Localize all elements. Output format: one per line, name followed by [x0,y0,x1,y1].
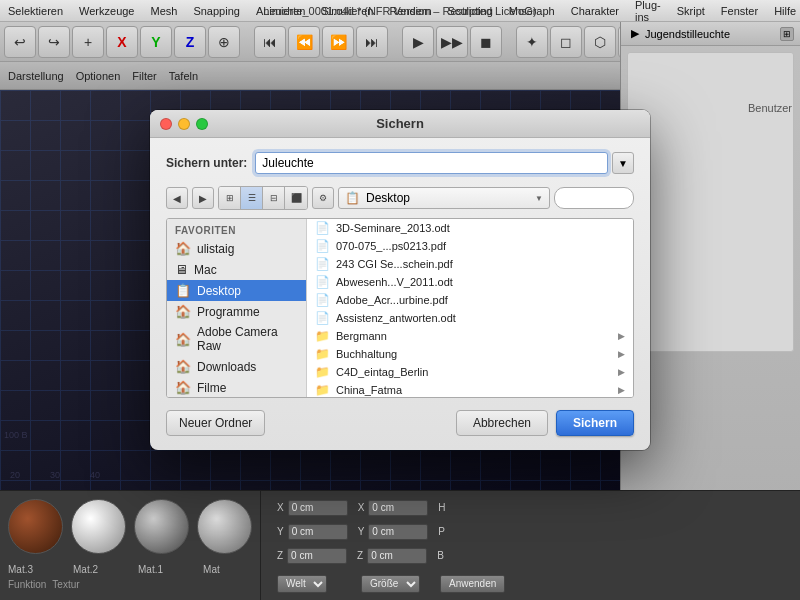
sidebar-label-ulistaig: ulistaig [197,242,234,256]
folder-arrow-icon: ▶ [618,385,625,395]
maximize-button[interactable] [196,118,208,130]
camera-icon: 🏠 [175,332,191,347]
sidebar-label-mac: Mac [194,263,217,277]
file-doc-icon: 📄 [315,275,330,289]
dialog-titlebar: Sichern [150,110,650,138]
downloads-icon: 🏠 [175,359,191,374]
file-name: Bergmann [336,330,387,342]
folder-arrow-icon: ▶ [618,349,625,359]
sidebar-label-adobe-camera-raw: Adobe Camera Raw [197,325,298,353]
computer-icon: 🖥 [175,262,188,277]
file-item[interactable]: 📄 Assistenz_antworten.odt [307,309,633,327]
sidebar-item-programme[interactable]: 🏠 Programme [167,301,306,322]
sidebar-section-label: FAVORITEN [167,219,306,238]
dropdown-arrow-icon: ▼ [535,194,543,203]
file-item[interactable]: 📄 3D-Seminare_2013.odt [307,219,633,237]
file-browser: FAVORITEN 🏠 ulistaig 🖥 Mac 📋 Desktop [166,218,634,398]
file-item[interactable]: 📄 070-075_...ps0213.pdf [307,237,633,255]
file-item[interactable]: 📄 Adobe_Acr...urbine.pdf [307,291,633,309]
folder-icon: 📁 [315,329,330,343]
folder-arrow-icon: ▶ [618,367,625,377]
file-pdf-icon: 📄 [315,257,330,271]
traffic-lights [160,118,208,130]
dialog-footer: Neuer Ordner Abbrechen Sichern [166,410,634,436]
sidebar-label-programme: Programme [197,305,260,319]
sidebar-item-filme[interactable]: 🏠 Filme [167,377,306,397]
view-controls-row: ◀ ▶ ⊞ ☰ ⊟ ⬛ ⚙ 📋 Desktop ▼ [166,186,634,210]
view-cover-btn[interactable]: ⬛ [285,187,307,209]
file-name: 3D-Seminare_2013.odt [336,222,450,234]
folder-arrow-icon: ▶ [618,331,625,341]
save-dialog: Sichern Sichern unter: ▼ ◀ ▶ ⊞ ☰ ⊟ ⬛ ⚙ [150,110,650,450]
view-icon-btn[interactable]: ⊞ [219,187,241,209]
save-button[interactable]: Sichern [556,410,634,436]
file-name: C4D_eintag_Berlin [336,366,428,378]
file-item[interactable]: 📄 243 CGI Se...schein.pdf [307,255,633,273]
close-button[interactable] [160,118,172,130]
file-name: Buchhaltung [336,348,397,360]
file-item[interactable]: 📄 Abwesenh...V_2011.odt [307,273,633,291]
folder-icon: 📁 [315,347,330,361]
sidebar-label-filme: Filme [197,381,226,395]
file-doc-icon: 📄 [315,221,330,235]
folder-icon: 📁 [315,383,330,397]
dialog-title: Sichern [376,116,424,131]
cancel-button[interactable]: Abbrechen [456,410,548,436]
sidebar: FAVORITEN 🏠 ulistaig 🖥 Mac 📋 Desktop [167,219,307,397]
location-dropdown[interactable]: 📋 Desktop ▼ [338,187,550,209]
minimize-button[interactable] [178,118,190,130]
file-name: Adobe_Acr...urbine.pdf [336,294,448,306]
file-item[interactable]: 📁 Buchhaltung ▶ [307,345,633,363]
file-item[interactable]: 📁 Bergmann ▶ [307,327,633,345]
file-name: China_Fatma [336,384,402,396]
view-col-btn[interactable]: ⊟ [263,187,285,209]
folder-icon: 📁 [315,365,330,379]
file-pdf-icon: 📄 [315,293,330,307]
view-list-btn[interactable]: ☰ [241,187,263,209]
filename-input[interactable] [255,152,608,174]
file-name: 243 CGI Se...schein.pdf [336,258,453,270]
desktop-icon: 📋 [175,283,191,298]
nav-forward-button[interactable]: ▶ [192,187,214,209]
file-name: Abwesenh...V_2011.odt [336,276,453,288]
sidebar-item-ulistaig[interactable]: 🏠 ulistaig [167,238,306,259]
file-name: 070-075_...ps0213.pdf [336,240,446,252]
nav-back-button[interactable]: ◀ [166,187,188,209]
dialog-overlay: Sichern Sichern unter: ▼ ◀ ▶ ⊞ ☰ ⊟ ⬛ ⚙ [0,0,800,600]
view-extra-btn[interactable]: ⚙ [312,187,334,209]
file-doc-icon: 📄 [315,311,330,325]
file-list: 📄 3D-Seminare_2013.odt 📄 070-075_...ps02… [307,219,633,397]
new-folder-button[interactable]: Neuer Ordner [166,410,265,436]
search-input[interactable] [554,187,634,209]
sidebar-item-adobe-camera-raw[interactable]: 🏠 Adobe Camera Raw [167,322,306,356]
location-label: Desktop [366,191,410,205]
sidebar-item-desktop[interactable]: 📋 Desktop [167,280,306,301]
home-icon: 🏠 [175,241,191,256]
action-buttons: Abbrechen Sichern [456,410,634,436]
file-pdf-icon: 📄 [315,239,330,253]
dialog-body: Sichern unter: ▼ ◀ ▶ ⊞ ☰ ⊟ ⬛ ⚙ 📋 Desktop [150,138,650,450]
file-item[interactable]: 📁 C4D_eintag_Berlin ▶ [307,363,633,381]
filename-row: Sichern unter: ▼ [166,152,634,174]
film-icon: 🏠 [175,380,191,395]
expand-button[interactable]: ▼ [612,152,634,174]
file-item[interactable]: 📁 China_Fatma ▶ [307,381,633,397]
sidebar-label-desktop: Desktop [197,284,241,298]
filename-label: Sichern unter: [166,156,247,170]
sidebar-item-downloads[interactable]: 🏠 Downloads [167,356,306,377]
apps-icon: 🏠 [175,304,191,319]
view-mode-buttons: ⊞ ☰ ⊟ ⬛ [218,186,308,210]
sidebar-label-downloads: Downloads [197,360,256,374]
sidebar-item-mac[interactable]: 🖥 Mac [167,259,306,280]
file-name: Assistenz_antworten.odt [336,312,456,324]
